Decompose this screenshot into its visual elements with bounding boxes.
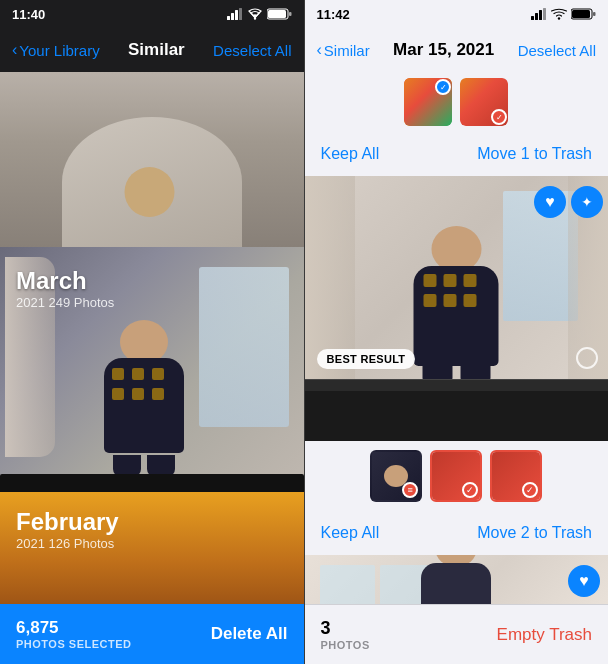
march-section: March 2021 249 Photos — [0, 247, 304, 492]
svg-rect-11 — [543, 8, 546, 20]
heart-icon: ♥ — [545, 193, 555, 211]
status-icons-right — [531, 8, 596, 20]
piano-bear-pattern — [424, 274, 477, 307]
february-title: February — [16, 508, 119, 536]
blanket-photo — [0, 72, 304, 247]
chevron-left-icon: ‹ — [12, 41, 17, 59]
svg-rect-0 — [227, 16, 230, 20]
nav-bar-right: ‹ Similar Mar 15, 2021 Deselect All — [305, 28, 609, 72]
svg-rect-7 — [289, 12, 292, 16]
nav-back-right[interactable]: ‹ Similar — [317, 41, 370, 59]
svg-point-4 — [253, 17, 255, 19]
piano-baby-figure — [414, 226, 499, 386]
top-thumbnail-strip: ✓ ✓ — [305, 72, 609, 132]
dup-thumb-selected-1[interactable]: ✓ — [430, 450, 482, 502]
bottom-bar-left: 6,875 PHOTOS SELECTED Delete All — [0, 604, 304, 664]
battery-icon — [267, 8, 292, 20]
photos-selected-info: 6,875 PHOTOS SELECTED — [16, 618, 131, 650]
february-label: February 2021 126 Photos — [16, 508, 119, 551]
svg-rect-14 — [572, 10, 590, 18]
piano-surface — [305, 379, 609, 391]
photos-label-right: PHOTOS — [321, 639, 370, 651]
bear-6 — [152, 388, 164, 400]
status-icons-left — [227, 8, 292, 20]
keep-all-button-1[interactable]: Keep All — [321, 145, 380, 163]
svg-rect-6 — [268, 10, 286, 18]
status-time-left: 11:40 — [12, 7, 45, 22]
piano-room-bg: BEST RESULT ♥ ✦ — [305, 176, 609, 441]
photos-count-right: 3 — [321, 618, 370, 639]
move-to-trash-button-2[interactable]: Move 2 to Trash — [477, 524, 592, 542]
march-baby-body — [104, 358, 184, 453]
sparkle-icon: ✦ — [581, 194, 593, 210]
main-photo-area: BEST RESULT ♥ ✦ — [305, 176, 609, 441]
status-bar-left: 11:40 — [0, 0, 304, 28]
left-panel: 11:40 ‹ Your Library — [0, 0, 304, 664]
action-row-1: Keep All Move 1 to Trash — [305, 132, 609, 176]
march-title: March — [16, 267, 114, 295]
chevron-left-icon-right: ‹ — [317, 41, 322, 59]
piano-baby-body — [414, 266, 499, 366]
signal-icon — [227, 8, 243, 20]
svg-rect-10 — [539, 10, 542, 20]
signal-icon-right — [531, 8, 547, 20]
march-baby — [104, 320, 184, 477]
february-subtitle: 2021 126 Photos — [16, 536, 119, 551]
thumb-food[interactable]: ✓ — [404, 78, 452, 126]
svg-rect-9 — [535, 13, 538, 20]
keep-all-button-2[interactable]: Keep All — [321, 524, 380, 542]
dup-thumbs-row: ≡ ✓ ✓ — [305, 441, 609, 511]
heart-button-2[interactable]: ♥ — [568, 565, 600, 597]
right-panel: 11:42 ‹ Similar — [305, 0, 609, 664]
svg-point-12 — [558, 17, 560, 19]
photos-selected-label: PHOTOS SELECTED — [16, 638, 131, 650]
sparkle-button[interactable]: ✦ — [571, 186, 603, 218]
bear-5 — [132, 388, 144, 400]
bear-1 — [112, 368, 124, 380]
nav-back-label: Your Library — [19, 42, 99, 59]
heart-icon-2: ♥ — [579, 572, 589, 590]
march-bg: March 2021 249 Photos — [0, 247, 304, 492]
deselect-all-button-right[interactable]: Deselect All — [518, 42, 596, 59]
action-row-2: Keep All Move 2 to Trash — [305, 511, 609, 555]
bear-3 — [152, 368, 164, 380]
piano-black-strip — [305, 386, 609, 441]
check-icon: ✓ — [440, 83, 447, 92]
radio-circle[interactable] — [576, 347, 598, 369]
delete-all-button[interactable]: Delete All — [211, 624, 288, 644]
wifi-icon-right — [551, 8, 567, 20]
svg-rect-2 — [235, 10, 238, 20]
deselect-all-button-left[interactable]: Deselect All — [213, 42, 291, 59]
nav-back-label-right: Similar — [324, 42, 370, 59]
move-to-trash-button-1[interactable]: Move 1 to Trash — [477, 145, 592, 163]
svg-rect-15 — [593, 12, 596, 16]
bear-4 — [112, 388, 124, 400]
svg-rect-8 — [531, 16, 534, 20]
empty-trash-button[interactable]: Empty Trash — [497, 625, 592, 645]
status-bar-right: 11:42 — [305, 0, 609, 28]
bear-pattern — [112, 368, 164, 400]
thumb-trash-1[interactable]: ✓ — [460, 78, 508, 126]
dup-thumb-original[interactable]: ≡ — [370, 450, 422, 502]
nav-title-left: Similar — [128, 40, 185, 60]
photos-count-info-right: 3 PHOTOS — [321, 618, 370, 651]
dup-thumb-selected-2[interactable]: ✓ — [490, 450, 542, 502]
baby-head-top — [124, 167, 174, 217]
best-result-badge: BEST RESULT — [317, 349, 416, 369]
nav-back-left[interactable]: ‹ Your Library — [12, 41, 100, 59]
bear-2 — [132, 368, 144, 380]
march-subtitle: 2021 249 Photos — [16, 295, 114, 310]
svg-rect-1 — [231, 13, 234, 20]
bottom-bar-right: 3 PHOTOS Empty Trash — [305, 604, 609, 664]
heart-button[interactable]: ♥ — [534, 186, 566, 218]
svg-rect-3 — [239, 8, 242, 20]
photos-count: 6,875 — [16, 618, 131, 638]
piano-strip — [0, 474, 304, 492]
check-icon-trash: ✓ — [496, 113, 503, 122]
march-label: March 2021 249 Photos — [16, 267, 114, 310]
wifi-icon — [247, 8, 263, 20]
status-time-right: 11:42 — [317, 7, 350, 22]
nav-title-right: Mar 15, 2021 — [393, 40, 494, 60]
window-right — [199, 267, 289, 427]
battery-icon-right — [571, 8, 596, 20]
